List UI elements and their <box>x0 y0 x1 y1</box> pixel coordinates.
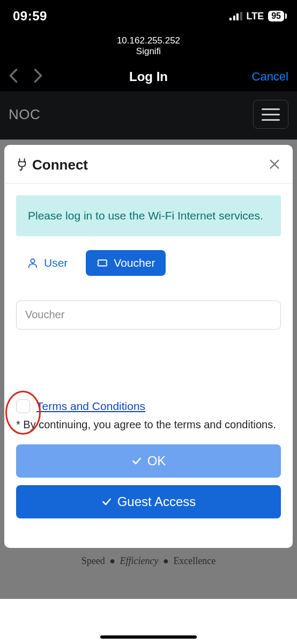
guest-access-button[interactable]: Guest Access <box>16 485 281 518</box>
back-chevron-icon[interactable] <box>9 68 18 85</box>
captive-portal-header: 10.162.255.252 Signifi Log In Cancel <box>0 32 297 91</box>
battery-indicator: 95 <box>268 11 284 21</box>
terms-note: * By continuing, you agree to the terms … <box>16 416 281 433</box>
tab-voucher-label: Voucher <box>114 257 155 269</box>
network-label: LTE <box>247 11 264 22</box>
user-icon <box>27 257 39 269</box>
guest-label: Guest Access <box>117 494 196 509</box>
footer-word-2: Efficiency <box>120 555 159 566</box>
tab-voucher[interactable]: Voucher <box>86 250 166 276</box>
ok-button[interactable]: OK <box>16 444 281 478</box>
footer-word-1: Speed <box>81 555 105 566</box>
check-icon <box>131 456 142 466</box>
ok-label: OK <box>147 453 166 469</box>
card-title: Connect <box>32 157 88 173</box>
app-brand: NOC <box>9 106 40 123</box>
page-title: Log In <box>129 69 168 84</box>
status-right: LTE 95 <box>229 11 284 22</box>
tab-user[interactable]: User <box>16 250 78 276</box>
ticket-icon <box>96 257 108 269</box>
tab-user-label: User <box>44 257 68 269</box>
check-icon <box>101 496 112 507</box>
status-bar: 09:59 LTE 95 <box>0 0 297 32</box>
svg-point-0 <box>31 259 34 262</box>
status-time: 09:59 <box>13 9 47 24</box>
info-banner: Please log in to use the Wi-Fi Internet … <box>16 195 281 236</box>
cellular-signal-icon <box>229 12 242 20</box>
voucher-input[interactable] <box>16 301 281 330</box>
menu-button[interactable] <box>253 100 288 129</box>
app-bar: NOC <box>0 91 297 140</box>
close-icon[interactable] <box>268 158 281 173</box>
plug-icon <box>16 157 28 173</box>
bottom-safe-area <box>0 599 297 644</box>
captive-ssid: Signifi <box>0 46 297 57</box>
footer-tagline: Speed ● Efficiency ● Excellence <box>4 548 293 599</box>
home-indicator[interactable] <box>100 635 197 639</box>
connect-card: Connect Please log in to use the Wi-Fi I… <box>4 145 293 548</box>
terms-checkbox[interactable] <box>16 399 30 413</box>
footer-word-3: Excellence <box>173 555 216 566</box>
forward-chevron-icon[interactable] <box>33 68 43 85</box>
cancel-button[interactable]: Cancel <box>252 70 288 84</box>
terms-link[interactable]: Terms and Conditions <box>36 400 145 413</box>
auth-tabs: User Voucher <box>16 250 281 276</box>
captive-ip: 10.162.255.252 <box>0 35 297 46</box>
